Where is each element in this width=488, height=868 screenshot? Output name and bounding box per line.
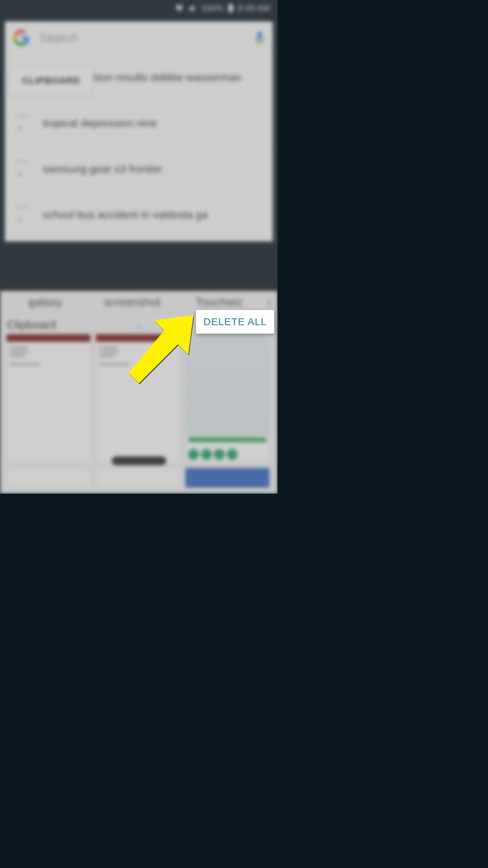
suggestion-text: tropical depression nine — [43, 117, 157, 130]
status-bar: 100% 8:49 AM — [0, 0, 278, 16]
trending-icon: 〰↗ — [16, 110, 31, 136]
location-icon — [188, 4, 196, 12]
status-time: 8:49 AM — [238, 3, 270, 14]
battery-icon — [228, 4, 233, 12]
battery-percent: 100% — [201, 3, 224, 14]
google-logo-icon — [13, 29, 30, 46]
chevron-right-icon[interactable]: › — [264, 295, 274, 309]
kb-suggestion[interactable]: Touchwiz — [178, 295, 261, 309]
chevron-down-icon[interactable]: ⌄ — [134, 318, 144, 332]
wifi-icon — [175, 4, 183, 12]
clipboard-chip[interactable]: CLIPBOARD — [9, 66, 93, 95]
clipboard-item[interactable] — [6, 468, 91, 488]
trending-suggestion[interactable]: 〰↗ tropical depression nine — [5, 100, 273, 146]
clipboard-item[interactable]: ■ ▬▬▬▬▬▬▬▬▬▬▬▬▬▬▬▬▬▬▬▬▬ — [6, 334, 91, 463]
delete-all-button[interactable]: DELETE ALL — [196, 310, 274, 334]
mic-icon[interactable] — [255, 31, 265, 45]
trending-suggestion[interactable]: 〰↗ samsung gear s3 frontier — [5, 146, 273, 192]
trending-icon: 〰↗ — [16, 201, 31, 228]
search-input[interactable]: Search — [39, 31, 245, 45]
suggestion-text: school bus accident in valdosta ga — [43, 209, 208, 221]
clipboard-title: Clipboard — [7, 318, 56, 331]
trending-icon: 〰↗ — [16, 156, 31, 182]
suggestion-text: samsung gear s3 frontier — [43, 163, 163, 175]
kb-suggestion[interactable]: screenshot — [90, 295, 174, 309]
clipboard-item[interactable]: ■ ▬▬▬▬▬▬▬▬▬▬▬▬▬▬▬▬▬▬▬▬▬ — [96, 334, 180, 463]
svg-rect-0 — [258, 31, 262, 40]
home-indicator — [112, 456, 166, 465]
clipboard-item[interactable] — [96, 468, 180, 488]
trending-suggestion[interactable]: 〰↗ school bus accident in valdosta ga — [5, 192, 273, 238]
clipboard-item[interactable] — [185, 334, 270, 463]
clipboard-grid: ■ ▬▬▬▬▬▬▬▬▬▬▬▬▬▬▬▬▬▬▬▬▬ ■ ▬▬▬▬▬▬▬▬▬▬▬▬▬▬… — [0, 334, 278, 463]
kb-suggestion[interactable]: galaxy — [3, 295, 87, 309]
clipboard-item[interactable] — [185, 468, 270, 488]
search-bar[interactable]: Search — [5, 21, 273, 55]
